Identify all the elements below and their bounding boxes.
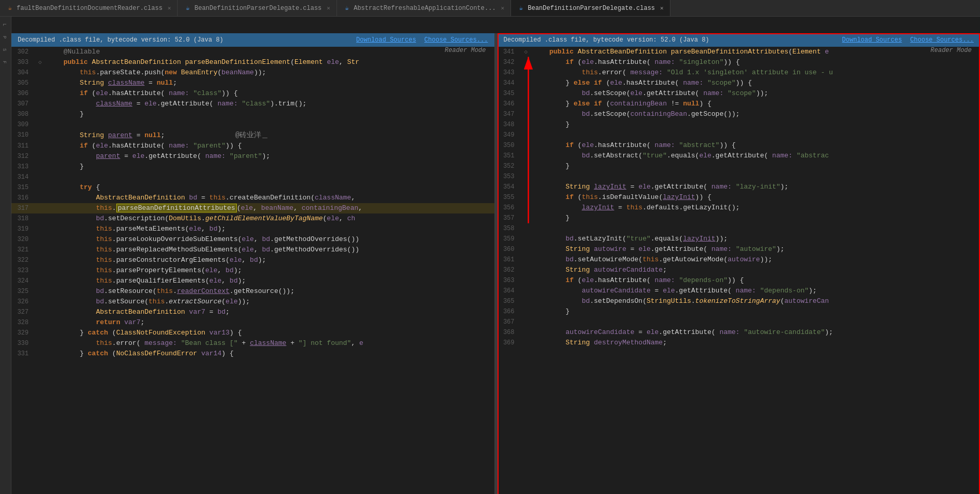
code-line: if (ele.hasAttribute( name: "parent")) { <box>45 141 494 151</box>
code-line: this.parseBeanDefinitionAttributes(ele, … <box>45 203 494 213</box>
table-row: 322 this.parseConstructorArgElements(ele… <box>11 255 494 265</box>
table-row: 319 this.parseMetaElements(ele, bd); <box>11 224 494 234</box>
line-number: 362 <box>498 265 521 275</box>
gutter-cell <box>35 245 45 255</box>
right-code-area[interactable]: Reader Mode 341 ◇ public AbstractBeanDef… <box>498 47 981 494</box>
code-line <box>531 317 981 327</box>
tab-label: BeanDefinitionParserDelegate.class <box>528 5 655 12</box>
gutter-cell <box>521 99 531 109</box>
table-row: 358 <box>498 223 981 234</box>
table-row: 350 if (ele.hasAttribute( name: "abstrac… <box>498 140 981 151</box>
code-line: public AbstractBeanDefinition parseBeanD… <box>45 57 494 68</box>
gutter-cell <box>521 109 531 119</box>
table-row: 360 String autowire = ele.getAttribute( … <box>498 244 981 255</box>
learn-icon[interactable]: L <box>2 21 10 29</box>
line-number: 357 <box>498 213 521 223</box>
code-line: } catch (ClassNotFoundException var13) { <box>45 328 494 338</box>
left-code-area[interactable]: Reader Mode 302 @Nullable 303 ◇ public A… <box>11 47 494 494</box>
code-line: parent = ele.getAttribute( name: "parent… <box>45 151 494 162</box>
table-row: 306 if (ele.hasAttribute( name: "class")… <box>11 88 494 99</box>
gutter-cell <box>35 328 45 338</box>
download-sources-left[interactable]: Download Sources <box>356 36 416 44</box>
table-row: 345 bd.setScope(ele.getAttribute( name: … <box>498 88 981 99</box>
line-number: 331 <box>11 349 35 359</box>
line-number: 318 <box>11 213 35 224</box>
line-number: 308 <box>11 109 35 119</box>
close-icon[interactable]: ✕ <box>501 5 505 11</box>
table-row: 344 } else if (ele.hasAttribute( name: "… <box>498 78 981 88</box>
line-number: 355 <box>498 192 521 203</box>
line-number: 349 <box>498 130 521 140</box>
code-line: if (ele.hasAttribute( name: "depends-on"… <box>531 275 981 286</box>
code-line <box>45 119 494 130</box>
code-line <box>531 130 981 140</box>
left-info-bar: Decompiled .class file, bytecode version… <box>11 33 494 47</box>
table-row: 320 this.parseLookupOverrideSubElements(… <box>11 234 494 245</box>
code-line: if (ele.hasAttribute( name: "singleton")… <box>531 57 981 68</box>
line-number: 364 <box>498 286 521 296</box>
gutter-cell <box>521 192 531 203</box>
code-line <box>531 171 981 182</box>
gutter-cell <box>521 234 531 244</box>
table-row: 347 bd.setScope(containingBean.getScope(… <box>498 109 981 119</box>
gutter-cell <box>521 151 531 161</box>
gutter-cell <box>35 68 45 78</box>
close-icon[interactable]: ✕ <box>168 5 171 11</box>
code-line: this.parseLookupOverrideSubElements(ele,… <box>45 234 494 245</box>
table-row: 357 } <box>498 213 981 223</box>
download-sources-right[interactable]: Download Sources <box>842 36 902 44</box>
gutter-cell <box>35 286 45 297</box>
code-line: String destroyMethodName; <box>531 338 981 348</box>
right-info-bar: Decompiled .class file, bytecode version… <box>498 33 981 47</box>
code-line: String parent = null; @砖业洋＿ <box>45 130 494 141</box>
line-number: 345 <box>498 88 521 99</box>
line-number: 327 <box>11 307 35 317</box>
gutter-cell <box>521 171 531 182</box>
choose-sources-right[interactable]: Choose Sources... <box>910 36 974 44</box>
line-number: 325 <box>11 286 35 297</box>
line-number: 315 <box>11 182 35 193</box>
tab-abstract-refreshable[interactable]: ☕ AbstractRefreshableApplicationConte...… <box>337 0 511 17</box>
gutter-cell <box>35 109 45 119</box>
line-number: 341 <box>498 47 521 57</box>
table-row: 323 this.parsePropertyElements(ele, bd); <box>11 265 494 276</box>
line-number: 353 <box>498 171 521 182</box>
code-line: } else if (ele.hasAttribute( name: "scop… <box>531 78 981 88</box>
table-row: 349 <box>498 130 981 140</box>
code-line: bd.setScope(ele.getAttribute( name: "sco… <box>531 88 981 99</box>
structure-icon[interactable]: S <box>2 46 10 54</box>
code-line: } <box>45 109 494 119</box>
tab-beanparser-1[interactable]: ☕ BeanDefinitionParserDelegate.class ✕ <box>178 0 337 17</box>
table-row: 341 ◇ public AbstractBeanDefinition pars… <box>498 47 981 57</box>
table-row: 304 this.parseState.push(new BeanEntry(b… <box>11 68 494 78</box>
table-row: 346 } else if (containingBean != null) { <box>498 99 981 109</box>
table-row: 328 return var7; <box>11 317 494 328</box>
gutter-cell <box>521 161 531 171</box>
gutter-cell <box>35 213 45 224</box>
gutter-cell <box>35 78 45 88</box>
gutter-cell <box>521 140 531 151</box>
code-line: autowireCandidate = ele.getAttribute( na… <box>531 327 981 338</box>
gutter-cell: ◇ <box>521 47 531 57</box>
code-line: if (ele.hasAttribute( name: "class")) { <box>45 88 494 99</box>
gutter-cell <box>35 182 45 193</box>
close-icon[interactable]: ✕ <box>660 5 664 11</box>
reader-mode-left: Reader Mode <box>445 47 486 54</box>
close-icon[interactable]: ✕ <box>327 5 330 11</box>
gutter-cell <box>35 265 45 276</box>
code-line: public AbstractBeanDefinition parseBeanD… <box>531 47 981 57</box>
table-row: 354 String lazyInit = ele.getAttribute( … <box>498 182 981 192</box>
gutter-cell <box>521 255 531 265</box>
line-number: 321 <box>11 245 35 255</box>
tab-beanparser-2[interactable]: ☕ BeanDefinitionParserDelegate.class ✕ <box>511 0 670 17</box>
gutter-cell <box>521 306 531 317</box>
gutter-cell <box>521 327 531 338</box>
line-number: 350 <box>498 140 521 151</box>
table-row: 351 bd.setAbstract("true".equals(ele.get… <box>498 151 981 161</box>
line-number: 324 <box>11 276 35 286</box>
tab-faultbean[interactable]: ☕ faultBeanDefinitionDocumentReader.clas… <box>0 0 178 17</box>
project-icon[interactable]: P <box>2 33 10 42</box>
code-line: this.error( message: "Bean class [" + cl… <box>45 338 494 349</box>
favorites-icon[interactable]: F <box>2 58 10 66</box>
choose-sources-left[interactable]: Choose Sources... <box>424 36 488 44</box>
